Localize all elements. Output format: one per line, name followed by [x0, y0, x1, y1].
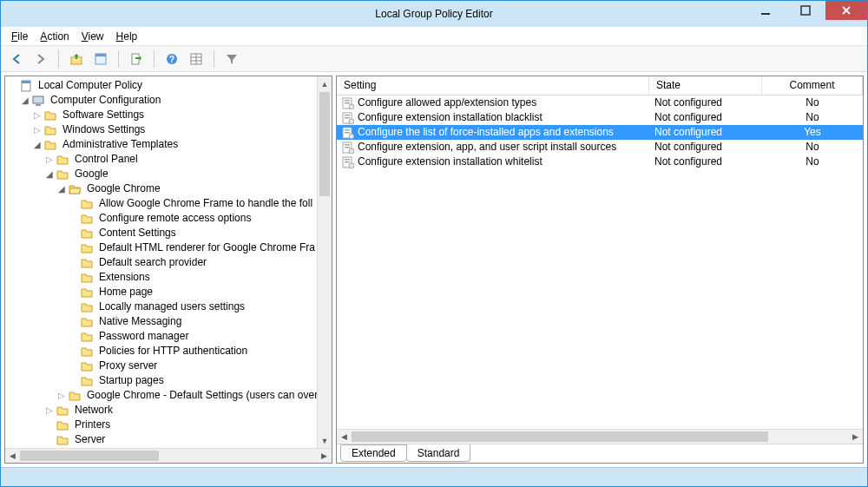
column-header-state[interactable]: State [649, 76, 762, 95]
policy-root-icon [19, 79, 33, 93]
grid-row[interactable]: Configure extension, app, and user scrip… [337, 140, 863, 155]
tree-node-printers[interactable]: Printers [7, 418, 332, 432]
tree-node-control-panel[interactable]: ▷ Control Panel [7, 152, 332, 167]
up-button[interactable] [66, 49, 87, 69]
tree-label: Native Messaging [97, 314, 183, 329]
back-button[interactable] [6, 49, 27, 69]
tree-label: Extensions [97, 270, 152, 285]
scroll-up-icon[interactable]: ▲ [318, 76, 332, 91]
tree-node-chrome-subfolder[interactable]: Default HTML renderer for Google Chrome … [7, 240, 332, 255]
tree-node-chrome-subfolder[interactable]: Content Settings [7, 226, 332, 240]
show-button[interactable] [186, 49, 207, 69]
tree-node-google-chrome[interactable]: ◢ Google Chrome [7, 181, 332, 196]
tree-node-chrome-subfolder[interactable]: Locally managed users settings [7, 299, 332, 314]
grid-row[interactable]: Configure extension installation whiteli… [337, 155, 863, 169]
tree-node-chrome-subfolder[interactable]: Extensions [7, 270, 332, 285]
forward-icon [34, 52, 48, 66]
collapse-icon[interactable]: ◢ [43, 167, 56, 181]
tree-node-chrome-subfolder[interactable]: Default search provider [7, 255, 332, 270]
properties-button[interactable] [90, 49, 111, 69]
svg-rect-15 [36, 104, 41, 106]
folder-icon [80, 330, 94, 344]
tree-vertical-scrollbar[interactable]: ▲ ▼ [317, 76, 332, 448]
expand-icon[interactable]: ▷ [31, 108, 43, 122]
column-header-comment[interactable]: Comment [762, 76, 863, 95]
help-button[interactable]: ? [161, 49, 182, 69]
menu-view[interactable]: View [76, 29, 109, 44]
collapse-icon[interactable]: ◢ [31, 137, 43, 152]
folder-icon [80, 345, 94, 359]
tree-horizontal-scrollbar[interactable]: ◀ ▶ [5, 448, 332, 463]
tree-label: Configure remote access options [97, 211, 253, 226]
svg-rect-13 [22, 81, 30, 83]
tree-node-software-settings[interactable]: ▷ Software Settings [7, 108, 332, 122]
scroll-thumb[interactable] [319, 92, 330, 196]
folder-icon [56, 168, 69, 181]
scroll-right-icon[interactable]: ▶ [317, 449, 332, 463]
menu-action[interactable]: Action [35, 29, 74, 44]
tree-label: Computer Configuration [49, 93, 162, 108]
cell-comment: No [762, 110, 863, 125]
close-icon [841, 5, 852, 16]
tree-label: Control Panel [73, 152, 140, 167]
tree-node-computer-config[interactable]: ◢ Computer Configuration [7, 93, 332, 108]
grid-horizontal-scrollbar[interactable]: ◀ ▶ [337, 429, 863, 444]
tree-node-chrome-subfolder[interactable]: Allow Google Chrome Frame to handle the … [7, 196, 332, 211]
grid-row[interactable]: Configure extension installation blackli… [337, 110, 863, 125]
menu-file[interactable]: File [6, 29, 33, 44]
tab-standard[interactable]: Standard [406, 444, 471, 462]
column-header-setting[interactable]: Setting [337, 76, 649, 95]
tree-node-chrome-subfolder[interactable]: Startup pages [7, 373, 332, 388]
tree-node-root[interactable]: Local Computer Policy [7, 78, 332, 93]
scroll-right-icon[interactable]: ▶ [848, 430, 863, 444]
tree-node-gc-default[interactable]: ▷ Google Chrome - Default Settings (user… [7, 388, 332, 403]
tree-node-chrome-subfolder[interactable]: Configure remote access options [7, 211, 332, 226]
minimize-button[interactable] [746, 1, 786, 20]
scroll-thumb[interactable] [20, 451, 159, 461]
setting-text: Configure the list of force-installed ap… [358, 125, 614, 140]
svg-rect-0 [761, 13, 770, 15]
tree-node-network[interactable]: ▷ Network [7, 403, 332, 418]
menu-help[interactable]: Help [111, 29, 143, 44]
expand-icon[interactable]: ▷ [31, 122, 43, 137]
scroll-left-icon[interactable]: ◀ [5, 449, 20, 463]
tree-node-admin-templates[interactable]: ◢ Administrative Templates [7, 137, 332, 152]
filter-button[interactable] [221, 49, 242, 69]
cell-setting: Configure extension installation blackli… [337, 110, 649, 125]
tree-node-google[interactable]: ◢ Google [7, 167, 332, 181]
grid-row[interactable]: Configure allowed app/extension typesNot… [337, 95, 863, 110]
tree-pane: Local Computer Policy ◢ Computer Configu… [4, 76, 332, 464]
tree-node-chrome-subfolder[interactable]: Home page [7, 285, 332, 299]
tree-node-chrome-subfolder[interactable]: Policies for HTTP authentication [7, 344, 332, 359]
svg-rect-33 [345, 159, 350, 161]
cell-comment: No [762, 140, 863, 155]
export-button[interactable] [126, 49, 147, 69]
setting-text: Configure extension installation whiteli… [358, 155, 542, 169]
tree-node-server[interactable]: Server [7, 432, 332, 447]
collapse-icon[interactable]: ◢ [56, 181, 68, 196]
titlebar[interactable]: Local Group Policy Editor [1, 1, 867, 27]
maximize-button[interactable] [786, 1, 825, 20]
expand-icon[interactable]: ▷ [43, 152, 56, 167]
tree-node-windows-settings[interactable]: ▷ Windows Settings [7, 122, 332, 137]
tab-extended[interactable]: Extended [340, 444, 407, 462]
toolbar-separator [118, 50, 119, 68]
tree-node-chrome-subfolder[interactable]: Proxy server [7, 359, 332, 373]
grid-row[interactable]: Configure the list of force-installed ap… [337, 125, 863, 140]
close-button[interactable] [825, 1, 867, 20]
scroll-thumb[interactable] [352, 431, 768, 442]
scroll-left-icon[interactable]: ◀ [337, 430, 352, 444]
folder-icon [80, 241, 94, 255]
expand-icon[interactable]: ▷ [56, 388, 68, 403]
expand-icon[interactable]: ▷ [43, 403, 56, 418]
toolbar-separator [214, 50, 214, 68]
svg-rect-34 [345, 161, 350, 163]
forward-button[interactable] [30, 49, 51, 69]
tree-node-chrome-subfolder[interactable]: Password manager [7, 329, 332, 344]
collapse-icon[interactable]: ◢ [19, 93, 31, 108]
svg-rect-30 [345, 147, 350, 148]
tree-node-chrome-subfolder[interactable]: Native Messaging [7, 314, 332, 329]
scroll-down-icon[interactable]: ▼ [318, 433, 332, 448]
tree[interactable]: Local Computer Policy ◢ Computer Configu… [5, 76, 332, 449]
filter-icon [225, 52, 239, 66]
